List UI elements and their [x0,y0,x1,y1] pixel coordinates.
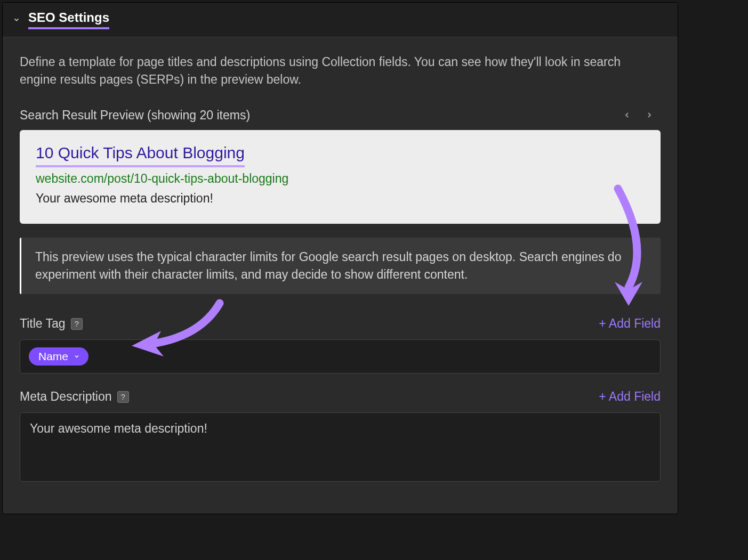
panel-title: SEO Settings [28,10,109,29]
add-field-button[interactable]: + Add Field [599,389,661,404]
info-note: This preview uses the typical character … [20,238,661,295]
serp-description: Your awesome meta description! [36,191,645,206]
seo-settings-panel: SEO Settings Define a template for page … [2,2,678,514]
serp-url: website.com/post/10-quick-tips-about-blo… [36,172,645,186]
add-field-button[interactable]: + Add Field [599,316,661,331]
meta-description-header: Meta Description ? + Add Field [20,389,661,404]
help-icon[interactable]: ? [117,391,129,403]
serp-title: 10 Quick Tips About Blogging [36,144,245,167]
panel-body: Define a template for page titles and de… [3,37,678,514]
meta-description-label: Meta Description [20,389,112,404]
prev-arrow-icon[interactable] [621,109,633,121]
title-tag-input[interactable]: Name [20,339,661,374]
pill-label: Name [38,350,68,363]
title-tag-section: Title Tag ? + Add Field Name [20,316,661,374]
name-field-pill[interactable]: Name [29,347,89,366]
meta-description-input[interactable]: Your awesome meta description! [20,412,661,482]
next-arrow-icon[interactable] [644,109,655,121]
chevron-down-icon [74,353,80,360]
panel-header[interactable]: SEO Settings [3,3,678,37]
help-icon[interactable]: ? [71,318,83,330]
intro-text: Define a template for page titles and de… [20,53,661,89]
serp-preview-card: 10 Quick Tips About Blogging website.com… [20,130,661,224]
title-tag-header: Title Tag ? + Add Field [20,316,661,331]
preview-header-row: Search Result Preview (showing 20 items) [20,108,661,123]
meta-description-section: Meta Description ? + Add Field Your awes… [20,389,661,482]
title-tag-label: Title Tag [20,316,66,331]
meta-description-value: Your awesome meta description! [30,421,207,436]
preview-label: Search Result Preview (showing 20 items) [20,108,250,123]
preview-nav [621,109,661,121]
chevron-down-icon [12,15,21,24]
